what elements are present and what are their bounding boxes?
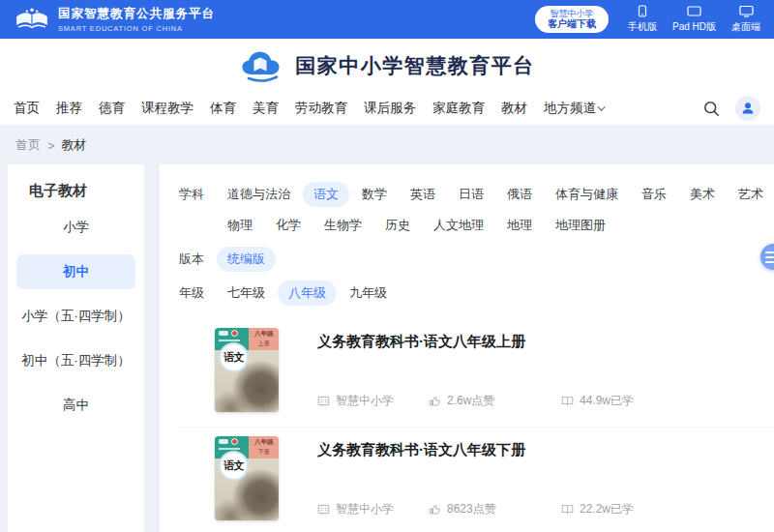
- phone-icon: [637, 5, 648, 17]
- nav-item[interactable]: 劳动教育: [295, 100, 347, 117]
- nav-item[interactable]: 地方频道: [544, 100, 606, 117]
- subject-option[interactable]: 生物学: [313, 213, 372, 238]
- main-panel: 学科 道德与法治语文数学英语日语俄语体育与健康音乐美术艺术科学 物理化学生物学历…: [160, 164, 774, 532]
- breadcrumb-separator: >: [47, 138, 55, 153]
- nav-item[interactable]: 教材: [501, 100, 527, 117]
- breadcrumb: 首页 > 教材: [0, 126, 774, 164]
- subject-option[interactable]: 数学: [351, 182, 398, 207]
- open-book-icon: [561, 503, 574, 516]
- device-desktop-link[interactable]: 桌面端: [731, 5, 760, 34]
- book-title[interactable]: 义务教育教科书·语文八年级上册: [317, 333, 774, 351]
- nav-item[interactable]: 家庭教育: [432, 100, 485, 117]
- menu-lines-icon: [765, 251, 774, 253]
- filter-row-subject: 学科 道德与法治语文数学英语日语俄语体育与健康音乐美术艺术科学 物理化学生物学历…: [179, 182, 774, 238]
- main-nav: 首页 推荐 德育 课程教学 体育 美育 劳动教育 课后服务 家庭教育 教材 地方…: [0, 92, 774, 126]
- book-item[interactable]: 八年级 上册 语文 义务教育教科书·语文八年级上册 智慧中小学: [179, 319, 774, 428]
- thumbs-up-icon: [429, 395, 441, 407]
- sidebar-stage-item[interactable]: 高中: [16, 388, 135, 423]
- desktop-icon: [739, 5, 754, 17]
- filter-row-edition: 版本 统编版: [179, 247, 774, 272]
- site-title: 国家中小学智慧教育平台: [295, 52, 535, 79]
- breadcrumb-home[interactable]: 首页: [15, 136, 41, 154]
- nav-item[interactable]: 体育: [210, 100, 236, 117]
- sidebar-title: 电子教材: [8, 182, 144, 200]
- device-pad-link[interactable]: Pad HD版: [672, 5, 716, 34]
- book-source: 智慧中小学: [336, 501, 394, 517]
- nav-item[interactable]: 美育: [253, 100, 279, 117]
- subject-option[interactable]: 日语: [448, 182, 494, 207]
- nav-item[interactable]: 课后服务: [364, 100, 416, 117]
- cover-grade-band: 八年级 上册: [249, 328, 279, 350]
- platform-name-en: SMART EDUCATION OF CHINA: [58, 24, 215, 33]
- sidebar-stage-item[interactable]: 小学（五·四学制）: [16, 299, 135, 334]
- subject-option[interactable]: 美术: [679, 182, 726, 207]
- nav-item[interactable]: 德育: [99, 100, 125, 117]
- subject-option[interactable]: 道德与法治: [217, 182, 301, 207]
- subject-option[interactable]: 艺术: [728, 182, 774, 207]
- subject-option[interactable]: 语文: [303, 182, 349, 207]
- book-cover: 八年级 下册 语文: [215, 436, 279, 520]
- top-bar: 国家智慧教育公共服务平台 SMART EDUCATION OF CHINA 智慧…: [0, 0, 774, 39]
- user-avatar[interactable]: [735, 96, 760, 121]
- cover-subject-seal: 语文: [219, 342, 249, 372]
- platform-name: 国家智慧教育公共服务平台: [58, 6, 215, 22]
- subject-option[interactable]: 体育与健康: [545, 182, 629, 207]
- book-meta: 智慧中小学 2.6w点赞 44.9w已学: [317, 393, 774, 409]
- cover-grade-band: 八年级 下册: [249, 436, 279, 458]
- book-likes: 8623点赞: [447, 501, 496, 517]
- subject-option[interactable]: 历史: [374, 213, 421, 238]
- nav-item[interactable]: 首页: [14, 100, 40, 117]
- filter-label-grade: 年级: [179, 281, 208, 306]
- book-cover: 八年级 上册 语文: [215, 328, 279, 412]
- subject-option[interactable]: 俄语: [496, 182, 543, 207]
- edition-option[interactable]: 统编版: [217, 247, 276, 272]
- tablet-icon: [687, 5, 701, 17]
- book-likes: 2.6w点赞: [447, 393, 494, 409]
- cover-subject-seal: 语文: [219, 451, 249, 481]
- book-learned: 22.2w已学: [580, 501, 634, 517]
- cloud-book-logo-icon: [239, 48, 285, 83]
- platform-brand: 国家智慧教育公共服务平台 SMART EDUCATION OF CHINA: [14, 6, 215, 33]
- sidebar-stage-item[interactable]: 初中: [16, 254, 135, 289]
- open-book-logo-icon: [14, 6, 50, 33]
- grade-option[interactable]: 九年级: [339, 281, 398, 306]
- thumbs-up-icon: [429, 503, 441, 516]
- subject-option[interactable]: 音乐: [631, 182, 677, 207]
- nav-item[interactable]: 课程教学: [141, 100, 194, 117]
- client-download-button[interactable]: 智慧中小学 客户端下载: [535, 6, 609, 33]
- nav-item[interactable]: 推荐: [56, 100, 82, 117]
- sidebar: 电子教材 小学 初中 小学（五·四学制） 初中（五·四学制） 高中: [8, 164, 144, 532]
- search-icon[interactable]: [703, 101, 720, 117]
- subject-option[interactable]: 英语: [400, 182, 446, 207]
- book-source: 智慧中小学: [336, 393, 394, 409]
- site-header: 国家中小学智慧教育平台: [0, 39, 774, 92]
- filter-label-edition: 版本: [179, 247, 208, 272]
- book-list: 八年级 上册 语文 义务教育教科书·语文八年级上册 智慧中小学: [179, 319, 774, 532]
- person-icon: [740, 101, 756, 116]
- chevron-down-icon: [597, 103, 605, 110]
- breadcrumb-current: 教材: [62, 136, 87, 154]
- open-book-icon: [561, 395, 574, 407]
- subject-option[interactable]: 人文地理: [423, 213, 494, 238]
- subject-option[interactable]: 地理: [496, 213, 543, 238]
- sidebar-stage-item[interactable]: 初中（五·四学制）: [16, 343, 135, 378]
- grade-option[interactable]: 七年级: [217, 281, 276, 306]
- filter-label-subject: 学科: [179, 182, 208, 238]
- subject-option[interactable]: 物理: [217, 213, 263, 238]
- device-mobile-link[interactable]: 手机版: [628, 5, 657, 34]
- book-title[interactable]: 义务教育教科书·语文八年级下册: [317, 441, 774, 459]
- source-card-icon: [317, 503, 330, 516]
- book-learned: 44.9w已学: [580, 393, 634, 409]
- subject-option[interactable]: 化学: [265, 213, 312, 238]
- book-item[interactable]: 八年级 下册 语文 义务教育教科书·语文八年级下册 智慧中小学: [179, 428, 774, 532]
- filter-row-grade: 年级 七年级八年级九年级: [179, 281, 774, 306]
- subject-option[interactable]: 地理图册: [545, 213, 616, 238]
- grade-option[interactable]: 八年级: [278, 281, 337, 306]
- source-card-icon: [317, 395, 330, 407]
- sidebar-stage-item[interactable]: 小学: [16, 210, 135, 245]
- book-meta: 智慧中小学 8623点赞 22.2w已学: [317, 501, 774, 517]
